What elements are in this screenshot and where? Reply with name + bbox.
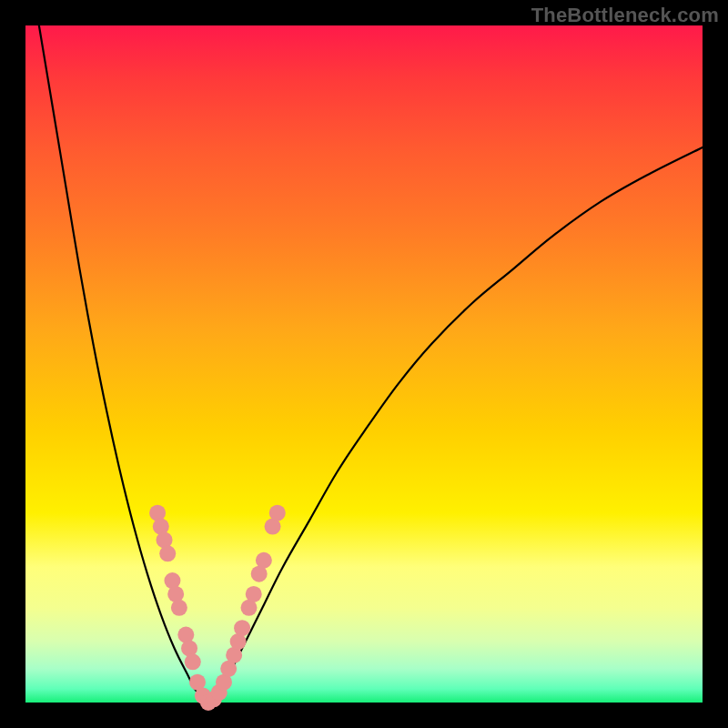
data-marker xyxy=(256,552,272,569)
marker-group xyxy=(149,505,286,711)
chart-svg xyxy=(25,25,703,703)
data-marker xyxy=(234,620,250,636)
chart-frame: TheBottleneck.com xyxy=(0,0,728,728)
data-marker xyxy=(246,586,262,602)
data-marker xyxy=(159,545,176,561)
watermark-text: TheBottleneck.com xyxy=(531,4,719,27)
data-marker xyxy=(171,600,187,616)
data-marker xyxy=(185,653,201,670)
curve-right-curve xyxy=(208,147,703,703)
plot-area xyxy=(25,25,703,703)
curve-group xyxy=(39,25,703,703)
data-marker xyxy=(269,505,286,521)
